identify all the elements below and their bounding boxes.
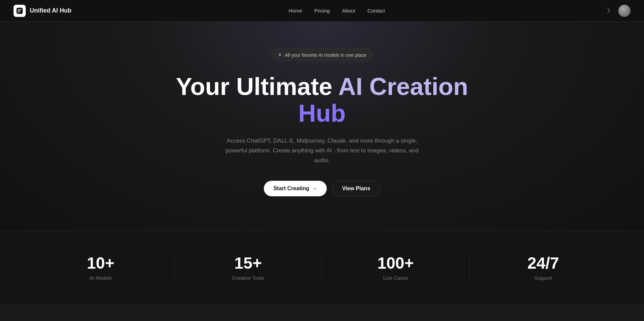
stat-label-support: Support bbox=[534, 275, 552, 281]
hero-badge: ✦ All your favorite AI models in one pla… bbox=[271, 49, 373, 61]
stat-creative-tools: 15+ Creative Tools bbox=[175, 251, 322, 284]
nav-links: Home Pricing About Contact bbox=[289, 8, 385, 14]
stat-value-creative-tools: 15+ bbox=[234, 254, 262, 272]
brand: Unified AI Hub bbox=[14, 5, 71, 17]
hero-section: ✦ All your favorite AI models in one pla… bbox=[0, 22, 644, 230]
stat-label-use-cases: Use Cases bbox=[383, 275, 408, 281]
start-creating-button[interactable]: Start Creating → bbox=[264, 181, 327, 196]
stat-use-cases: 100+ Use Cases bbox=[322, 251, 469, 284]
avatar-image bbox=[618, 5, 630, 17]
dark-mode-toggle[interactable]: ☽ bbox=[602, 5, 613, 16]
stat-support: 24/7 Support bbox=[469, 251, 617, 284]
user-avatar[interactable] bbox=[618, 5, 630, 17]
stat-ai-models: 10+ AI Models bbox=[27, 251, 175, 284]
view-plans-button[interactable]: View Plans bbox=[332, 180, 380, 197]
arrow-icon: → bbox=[312, 186, 317, 192]
stat-label-creative-tools: Creative Tools bbox=[232, 275, 264, 281]
hero-title: Your Ultimate AI Creation Hub bbox=[170, 73, 474, 127]
hero-title-part2: AI bbox=[338, 73, 369, 100]
badge-icon: ✦ bbox=[278, 52, 282, 58]
stat-value-use-cases: 100+ bbox=[377, 254, 414, 272]
logo-icon bbox=[14, 5, 26, 17]
hero-title-part1: Your Ultimate bbox=[176, 73, 338, 100]
nav-pricing[interactable]: Pricing bbox=[314, 8, 330, 14]
stats-section: 10+ AI Models 15+ Creative Tools 100+ Us… bbox=[0, 230, 644, 305]
supported-models-section: Supported Models bbox=[0, 305, 644, 321]
navbar: Unified AI Hub Home Pricing About Contac… bbox=[0, 0, 644, 22]
brand-title: Unified AI Hub bbox=[30, 7, 71, 14]
hero-subtitle: Access ChatGPT, DALL-E, Midjourney, Clau… bbox=[217, 136, 427, 166]
nav-home[interactable]: Home bbox=[289, 8, 302, 14]
nav-contact[interactable]: Contact bbox=[367, 8, 385, 14]
view-plans-label: View Plans bbox=[342, 186, 370, 191]
stat-value-support: 24/7 bbox=[527, 254, 559, 272]
hero-buttons: Start Creating → View Plans bbox=[264, 180, 380, 197]
stat-value-ai-models: 10+ bbox=[87, 254, 114, 272]
stat-label-ai-models: AI Models bbox=[89, 275, 112, 281]
nav-about[interactable]: About bbox=[342, 8, 355, 14]
hero-title-part3: Creation bbox=[369, 73, 468, 100]
badge-text: All your favorite AI models in one place bbox=[285, 52, 366, 58]
hero-title-part4: Hub bbox=[298, 100, 346, 127]
nav-actions: ☽ bbox=[602, 5, 630, 17]
start-creating-label: Start Creating bbox=[273, 186, 309, 192]
